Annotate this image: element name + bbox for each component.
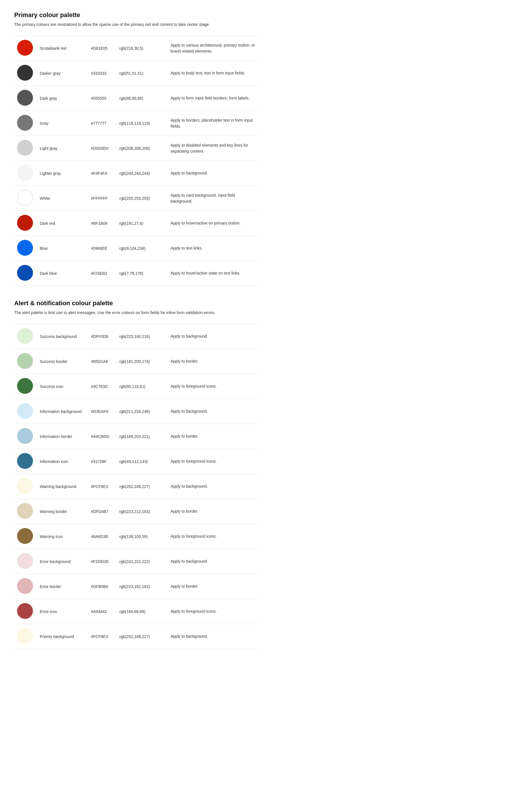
color-name: Information icon (37, 449, 88, 474)
color-rgb: rgb(191,27,4) (116, 211, 168, 236)
color-description: Apply to border. (168, 499, 259, 524)
color-name: Light gray (37, 136, 88, 161)
color-rgb: rgb(211,234,246) (116, 399, 168, 424)
color-rgb: rgb(7,78,178) (116, 261, 168, 286)
color-description: Apply to hover/active state on text link… (168, 261, 259, 286)
color-swatch-cell (14, 36, 37, 61)
color-name: Success border (37, 349, 88, 374)
color-name: Information border (37, 424, 88, 449)
alert-section-title: Alert & notification colour palette (14, 300, 259, 307)
color-rgb: rgb(85,85,85) (116, 86, 168, 111)
color-rgb: rgb(169,68,66) (116, 599, 168, 624)
color-swatch-cell (14, 574, 37, 599)
color-swatch-cell (14, 599, 37, 624)
color-swatch (17, 215, 33, 231)
color-swatch (17, 503, 33, 519)
color-swatch-cell (14, 424, 37, 449)
color-description: Apply to background. (168, 549, 259, 574)
color-name: Darker gray (37, 61, 88, 86)
color-description: Apply to various architectural, primary … (168, 36, 259, 61)
table-row: Gray#777777rgb(119,119,119)Apply to bord… (14, 111, 259, 136)
color-swatch-cell (14, 399, 37, 424)
color-rgb: rgb(255,255,255) (116, 186, 168, 211)
color-name: Success background (37, 324, 88, 349)
table-row: Warning background#FCF8E3rgb(252,248,227… (14, 474, 259, 499)
color-swatch-cell (14, 261, 37, 286)
color-rgb: rgb(208,208,208) (116, 136, 168, 161)
color-swatch (17, 603, 33, 619)
table-row: Error icon#A94442rgb(169,68,66)Apply to … (14, 599, 259, 624)
color-swatch-cell (14, 524, 37, 549)
color-name: Blue (37, 236, 88, 261)
table-row: White#FFFFFFrgb(255,255,255)Apply to car… (14, 186, 259, 211)
color-swatch-cell (14, 624, 37, 649)
color-name: Dark blue (37, 261, 88, 286)
color-swatch (17, 553, 33, 569)
color-rgb: rgb(60,118,61) (116, 374, 168, 399)
color-rgb: rgb(119,119,119) (116, 111, 168, 136)
color-swatch (17, 578, 33, 594)
color-swatch-cell (14, 374, 37, 399)
color-description: Apply to foreground icons. (168, 374, 259, 399)
color-description: Apply to card background, input field ba… (168, 186, 259, 211)
color-name: Dark red (37, 211, 88, 236)
color-swatch (17, 428, 33, 444)
color-hex: #F4F4F4 (88, 161, 116, 186)
color-name: Error border (37, 574, 88, 599)
color-name: Scotiabank red (37, 36, 88, 61)
color-hex: #8A6D3B (88, 524, 116, 549)
color-hex: #BF1B04 (88, 211, 116, 236)
color-swatch-cell (14, 324, 37, 349)
color-hex: #FFFFFF (88, 186, 116, 211)
color-swatch (17, 140, 33, 156)
table-row: Information border#A9CBDDrgb(169,203,221… (14, 424, 259, 449)
color-description: Apply to border. (168, 424, 259, 449)
color-hex: #D3EAF6 (88, 399, 116, 424)
table-row: Lighter gray#F4F4F4rgb(244,244,244)Apply… (14, 161, 259, 186)
color-swatch (17, 190, 33, 206)
color-swatch-cell (14, 186, 37, 211)
color-name: Warning background (37, 474, 88, 499)
primary-section-title: Primary colour palette (14, 12, 259, 19)
color-hex: #0968EE (88, 236, 116, 261)
color-description: Apply to background. (168, 161, 259, 186)
color-swatch (17, 403, 33, 419)
table-row: Darker gray#333333rgb(51,51,51)Apply to … (14, 61, 259, 86)
color-rgb: rgb(51,51,51) (116, 61, 168, 86)
color-name: Gray (37, 111, 88, 136)
color-description: Apply to background. (168, 474, 259, 499)
color-hex: #777777 (88, 111, 116, 136)
color-hex: #DFF0D8 (88, 324, 116, 349)
color-hex: #555555 (88, 86, 116, 111)
color-description: Apply to foreground icons. (168, 449, 259, 474)
color-rgb: rgb(223,240,216) (116, 324, 168, 349)
color-description: Apply to disabled elements and key lines… (168, 136, 259, 161)
alert-color-table: Success background#DFF0D8rgb(223,240,216… (14, 324, 259, 649)
color-swatch-cell (14, 61, 37, 86)
color-hex: #D81E05 (88, 36, 116, 61)
color-description: Apply to foreground icons. (168, 599, 259, 624)
color-description: Apply to border. (168, 574, 259, 599)
color-rgb: rgb(252,248,227) (116, 474, 168, 499)
color-swatch (17, 265, 33, 281)
color-rgb: rgb(223,181,182) (116, 574, 168, 599)
color-hex: #A94442 (88, 599, 116, 624)
color-swatch (17, 478, 33, 494)
table-row: Warning icon#8A6D3Brgb(138,109,59)Apply … (14, 524, 259, 549)
primary-color-table: Scotiabank red#D81E05rgb(216,30,5)Apply … (14, 36, 259, 286)
color-rgb: rgb(252,248,227) (116, 624, 168, 649)
color-description: Apply to foreground icons. (168, 524, 259, 549)
color-hex: #074EB2 (88, 261, 116, 286)
color-swatch (17, 240, 33, 256)
table-row: Blue#0968EErgb(9,104,238)Apply to text l… (14, 236, 259, 261)
color-name: Warning border (37, 499, 88, 524)
color-swatch (17, 628, 33, 644)
color-description: Apply to background. (168, 624, 259, 649)
color-name: Priority background (37, 624, 88, 649)
table-row: Light gray#D0D0D0rgb(208,208,208)Apply t… (14, 136, 259, 161)
color-name: Error background (37, 549, 88, 574)
table-row: Dark gray#555555rgb(85,85,85)Apply to fo… (14, 86, 259, 111)
table-row: Scotiabank red#D81E05rgb(216,30,5)Apply … (14, 36, 259, 61)
color-swatch-cell (14, 86, 37, 111)
color-swatch-cell (14, 136, 37, 161)
